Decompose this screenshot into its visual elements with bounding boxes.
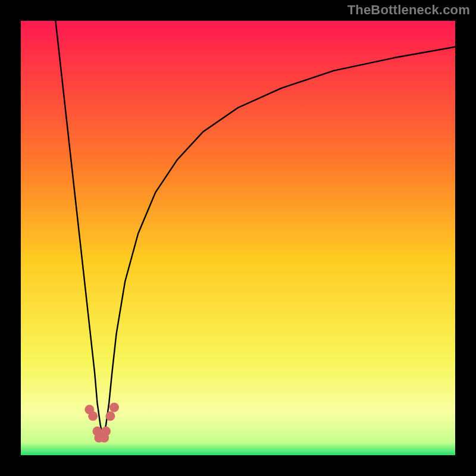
marker-dot [88, 411, 98, 421]
highlight-dots [84, 403, 119, 443]
marker-dot [109, 403, 119, 412]
marker-dot [101, 427, 111, 436]
marker-dot [105, 411, 115, 421]
curve-layer [21, 21, 455, 455]
bottleneck-curve [55, 21, 455, 438]
watermark-text: TheBottleneck.com [347, 2, 470, 18]
chart-frame: TheBottleneck.com [0, 0, 476, 476]
plot-area [21, 21, 455, 455]
